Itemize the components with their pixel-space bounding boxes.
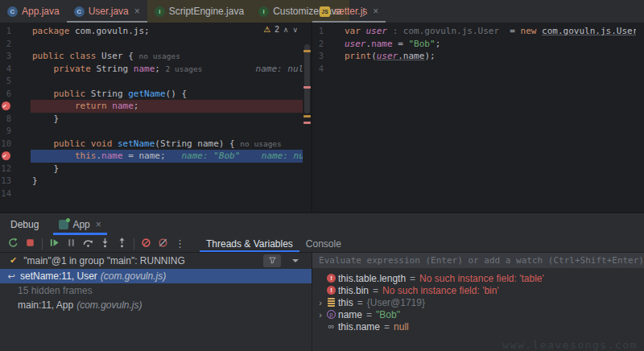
- step-over-button[interactable]: [80, 236, 97, 251]
- gutter-cell[interactable]: [0, 150, 31, 163]
- prev-problem-button[interactable]: ∧: [283, 26, 289, 34]
- pause-button[interactable]: [63, 236, 80, 251]
- code-line[interactable]: 2: [0, 38, 311, 51]
- gutter-cell[interactable]: 9: [0, 125, 31, 138]
- gutter-cell[interactable]: 4: [0, 63, 31, 76]
- frame-row[interactable]: main:11, App(com.govuln.js): [0, 298, 312, 312]
- stop-button[interactable]: [22, 236, 39, 251]
- step-into-button[interactable]: [97, 236, 114, 251]
- code-line[interactable]: this.name = name; name: "Bob" name: null: [0, 150, 311, 163]
- code-line[interactable]: 8 }: [0, 113, 311, 126]
- frame-row[interactable]: 15 hidden frames: [0, 283, 312, 298]
- code-line[interactable]: 14: [0, 188, 311, 200]
- gutter-cell[interactable]: 14: [0, 188, 31, 200]
- watch-row[interactable]: ∞this.name=null: [312, 320, 644, 332]
- variable-name: this.name: [338, 321, 380, 332]
- step-into-icon: [99, 237, 111, 251]
- gutter-cell[interactable]: 10: [0, 138, 31, 151]
- thread-status-row[interactable]: ✔ "main"@1 in group "main": RUNNING: [0, 253, 312, 268]
- code-line[interactable]: 5: [0, 75, 311, 88]
- stop-icon: [24, 237, 36, 251]
- gutter-cell[interactable]: 13: [0, 175, 31, 188]
- code-line[interactable]: 3public class User { no usages: [0, 50, 311, 63]
- code-line[interactable]: 4 private String name; 2 usages name: nu…: [0, 63, 311, 76]
- tab-user-java[interactable]: CUser.java×: [67, 0, 147, 23]
- code-text: [31, 75, 303, 88]
- gutter-cell[interactable]: 2: [312, 38, 343, 51]
- inspection-widget[interactable]: ⚠2 ∧ ∨: [263, 25, 298, 34]
- chevron-down-icon[interactable]: [292, 259, 299, 266]
- resume-button[interactable]: [46, 236, 63, 251]
- app-run-icon: [59, 220, 68, 229]
- editor-setter-js[interactable]: 1var user : com.govuln.js.User = new com…: [312, 23, 644, 212]
- variables-panel: Evaluate expression (Enter) or add a wat…: [312, 253, 644, 351]
- code-line[interactable]: 9: [0, 125, 311, 138]
- resume-icon: [48, 237, 60, 251]
- breakpoint-icon[interactable]: [2, 101, 10, 110]
- gutter-cell[interactable]: 3: [312, 50, 343, 63]
- rerun-button[interactable]: [5, 236, 22, 251]
- expand-chevron-icon[interactable]: ›: [316, 310, 324, 320]
- gutter-cell[interactable]: 1: [312, 25, 343, 38]
- next-problem-button[interactable]: ∨: [292, 26, 298, 34]
- watch-row[interactable]: !this.table.length=No such instance fiel…: [312, 272, 644, 284]
- filter-frames-button[interactable]: [263, 254, 281, 267]
- watch-row[interactable]: !this.bin=No such instance field: 'bin': [312, 284, 644, 296]
- gutter-cell[interactable]: 12: [0, 163, 31, 176]
- watch-icon: ∞: [328, 323, 335, 330]
- execution-point-icon: ↩: [5, 271, 18, 282]
- tab-scriptengine-java[interactable]: IScriptEngine.java: [147, 0, 251, 23]
- tab-app-java[interactable]: CApp.java: [0, 0, 67, 23]
- gutter-cell[interactable]: 3: [0, 50, 31, 63]
- code-line[interactable]: 12 }: [0, 163, 311, 176]
- editor-split-area: 1package com.govuln.js;23public class Us…: [0, 23, 644, 212]
- code-text: this.name = name; name: "Bob" name: null: [31, 150, 303, 163]
- code-line[interactable]: 4: [312, 63, 644, 76]
- gutter-cell[interactable]: 4: [312, 63, 343, 76]
- variable-value: {User@1719}: [367, 297, 425, 308]
- close-icon[interactable]: ×: [96, 219, 101, 230]
- class-icon: C: [74, 6, 85, 17]
- mute-breakpoints-button[interactable]: [155, 236, 171, 251]
- code-line[interactable]: return name;: [0, 100, 311, 113]
- code-line[interactable]: 6 public String getName() {: [0, 88, 311, 101]
- watch-row[interactable]: ›pname="Bob": [312, 308, 644, 320]
- gutter-cell[interactable]: 6: [0, 88, 31, 101]
- step-out-button[interactable]: [114, 236, 130, 251]
- gutter-cell[interactable]: 8: [0, 113, 31, 126]
- watch-row[interactable]: ›this={User@1719}: [312, 296, 644, 308]
- close-icon[interactable]: ×: [134, 6, 140, 17]
- code-line[interactable]: 1var user : com.govuln.js.User = new com…: [312, 25, 644, 38]
- code-lines-user-java[interactable]: 1package com.govuln.js;23public class Us…: [0, 23, 311, 200]
- code-line[interactable]: 13}: [0, 175, 311, 188]
- tab-setter-js[interactable]: JSsetter.js×: [312, 0, 386, 23]
- debug-toolbar: ⋮Threads & VariablesConsole: [0, 235, 644, 252]
- debug-session-tab-app[interactable]: App ×: [53, 213, 106, 235]
- editor-user-java[interactable]: 1package com.govuln.js;23public class Us…: [0, 23, 312, 212]
- code-lines-setter-js[interactable]: 1var user : com.govuln.js.User = new com…: [312, 23, 644, 75]
- evaluate-expression-input[interactable]: Evaluate expression (Enter) or add a wat…: [312, 253, 644, 268]
- variable-value: "Bob": [376, 309, 400, 320]
- gutter-cell[interactable]: 5: [0, 75, 31, 88]
- view-breakpoints-icon: [140, 237, 152, 251]
- thread-check-icon: ✔: [10, 255, 17, 266]
- code-line[interactable]: 3print(user.name);: [312, 50, 644, 63]
- interface-icon: I: [155, 6, 165, 17]
- code-line[interactable]: 10 public void setName(String name) { no…: [0, 138, 311, 151]
- expand-chevron-icon[interactable]: ›: [316, 298, 324, 308]
- code-text: [31, 188, 303, 200]
- view-breakpoints-button[interactable]: [138, 236, 155, 251]
- gutter-cell[interactable]: 2: [0, 38, 31, 51]
- code-line[interactable]: 2user.name = "Bob";: [312, 38, 644, 51]
- gutter-cell[interactable]: [0, 100, 31, 113]
- view-tab-console[interactable]: Console: [299, 235, 348, 252]
- close-icon[interactable]: ×: [373, 6, 378, 17]
- frame-row[interactable]: ↩setName:11, User(com.govuln.js): [0, 269, 312, 283]
- view-tab-threads-variables[interactable]: Threads & Variables: [200, 235, 299, 252]
- more-actions-button[interactable]: ⋮: [171, 236, 188, 251]
- ide-window: CApp.javaCUser.java×IScriptEngine.javaIC…: [0, 0, 644, 351]
- code-text: user.name = "Bob";: [343, 38, 636, 51]
- editor-scrollbar-thumb[interactable]: [304, 44, 310, 114]
- gutter-cell[interactable]: 1: [0, 25, 31, 38]
- breakpoint-icon[interactable]: [2, 151, 10, 160]
